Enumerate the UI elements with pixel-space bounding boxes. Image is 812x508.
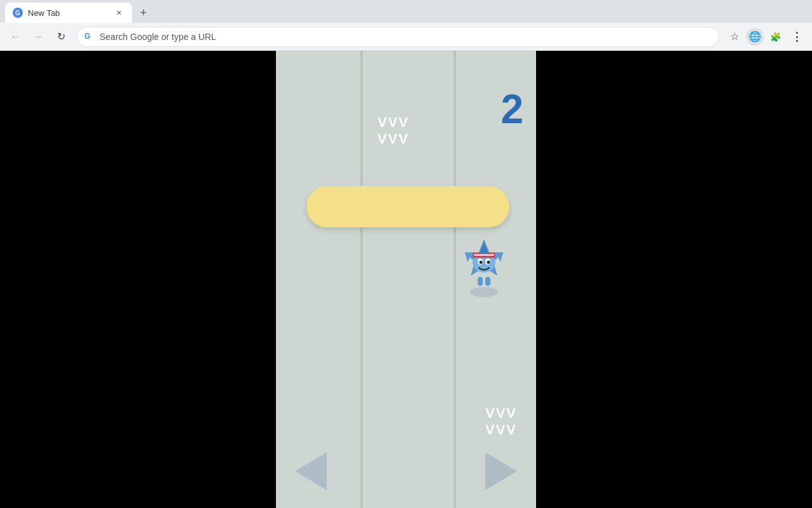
obstacle-bottom: VVV VVV bbox=[485, 405, 517, 439]
obstacle-top-line1: VVV bbox=[377, 114, 409, 131]
forward-button[interactable]: → bbox=[28, 27, 48, 47]
extension-button[interactable]: 🧩 bbox=[765, 27, 785, 47]
game-area: 2 VVV VVV bbox=[276, 51, 536, 508]
left-arrow-icon bbox=[295, 452, 327, 490]
svg-point-11 bbox=[487, 261, 490, 264]
character bbox=[459, 234, 509, 297]
active-tab[interactable]: G New Tab ✕ bbox=[5, 3, 132, 23]
svg-point-2 bbox=[470, 287, 498, 297]
toolbar: ← → ↻ G Search Google or type a URL ☆ 🌐 … bbox=[0, 23, 812, 51]
right-arrow-icon bbox=[485, 452, 517, 490]
lane-divider-right bbox=[454, 51, 456, 508]
tab-close-button[interactable]: ✕ bbox=[113, 7, 124, 18]
right-panel bbox=[536, 51, 812, 508]
svg-rect-14 bbox=[478, 277, 483, 286]
obstacle-bottom-line1: VVV bbox=[485, 405, 517, 422]
score-display: 2 bbox=[501, 89, 523, 130]
google-logo: G bbox=[84, 32, 95, 42]
svg-rect-6 bbox=[474, 254, 494, 256]
bookmark-button[interactable]: ☆ bbox=[724, 27, 745, 47]
tab-title: New Tab bbox=[28, 8, 108, 18]
new-tab-button[interactable]: + bbox=[134, 4, 152, 22]
address-bar[interactable]: G Search Google or type a URL bbox=[76, 27, 719, 47]
content-area: 2 VVV VVV bbox=[0, 51, 812, 508]
svg-text:G: G bbox=[15, 10, 20, 17]
svg-point-10 bbox=[480, 261, 483, 264]
forward-icon: → bbox=[33, 31, 43, 43]
extension-icon: 🧩 bbox=[770, 32, 781, 42]
address-text: Search Google or type a URL bbox=[100, 32, 711, 42]
reload-button[interactable]: ↻ bbox=[51, 27, 71, 47]
back-button[interactable]: ← bbox=[5, 27, 25, 47]
tab-bar: G New Tab ✕ + bbox=[0, 0, 812, 23]
menu-icon: ⋮ bbox=[791, 30, 802, 44]
profile-button[interactable]: 🌐 bbox=[746, 28, 764, 46]
tab-favicon: G bbox=[13, 8, 23, 18]
obstacle-top-line2: VVV bbox=[377, 131, 409, 147]
left-panel bbox=[0, 51, 276, 508]
left-arrow-button[interactable] bbox=[289, 452, 333, 490]
profile-icon: 🌐 bbox=[749, 30, 761, 43]
lane-divider-left bbox=[360, 51, 363, 508]
obstacle-bottom-line2: VVV bbox=[485, 422, 517, 438]
toolbar-right: ☆ 🌐 🧩 ⋮ bbox=[724, 27, 807, 47]
bookmark-icon: ☆ bbox=[730, 30, 739, 43]
menu-button[interactable]: ⋮ bbox=[787, 27, 807, 47]
reload-icon: ↻ bbox=[57, 30, 65, 43]
back-icon: ← bbox=[10, 31, 20, 43]
svg-rect-15 bbox=[485, 277, 490, 286]
right-arrow-button[interactable] bbox=[479, 452, 523, 490]
obstacle-top: VVV VVV bbox=[377, 114, 409, 148]
browser-window: G New Tab ✕ + ← → ↻ G Search Google or t… bbox=[0, 0, 812, 508]
platform bbox=[306, 186, 509, 227]
